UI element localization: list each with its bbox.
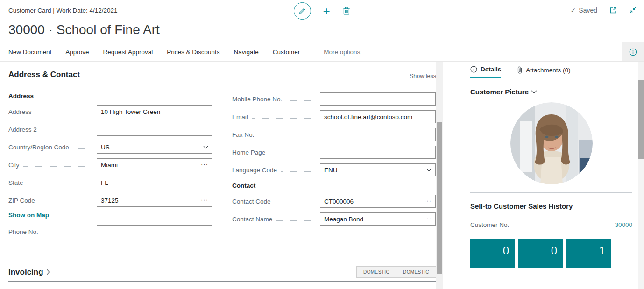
field-label: Mobile Phone No. <box>232 96 282 103</box>
home-page-field <box>320 146 436 159</box>
email-field <box>320 110 436 123</box>
new-button[interactable]: + <box>323 5 330 17</box>
main-scrollbar-thumb[interactable] <box>437 122 442 274</box>
cue-tile[interactable]: 0 <box>470 239 515 268</box>
menu-approve[interactable]: Approve <box>65 49 89 56</box>
invoicing-toggle[interactable]: Invoicing <box>8 268 50 277</box>
address-input[interactable] <box>97 108 212 115</box>
pencil-icon <box>298 7 306 15</box>
customer-no-value[interactable]: 30000 <box>615 221 632 228</box>
plus-icon: + <box>323 4 330 18</box>
invoicing-tag-customer-group[interactable]: DOMESTIC <box>396 266 436 278</box>
mobile-phone-input[interactable] <box>320 96 435 103</box>
customer-picture-header[interactable]: Customer Picture <box>470 88 632 96</box>
sales-history-title: Sell-to Customer Sales History <box>470 202 632 210</box>
sales-history-tiles: 0 0 1 <box>470 239 632 268</box>
address2-field <box>97 123 212 136</box>
assist-edit-icon[interactable]: ··· <box>424 197 435 204</box>
field-city: City ··· <box>8 158 212 171</box>
dotted-leader <box>42 233 92 233</box>
customer-no-row: Customer No. 30000 <box>470 221 632 228</box>
customer-no-label: Customer No. <box>470 221 509 228</box>
invoicing-tag-gen-bus-group[interactable]: DOMESTIC <box>356 266 396 278</box>
header-right-controls: ✓ Saved <box>571 7 637 14</box>
chevron-down-icon[interactable] <box>426 169 435 172</box>
field-phone: Phone No. <box>8 225 212 238</box>
fax-field <box>320 128 436 141</box>
tab-details[interactable]: Details <box>470 66 501 78</box>
more-options-button[interactable]: More options <box>324 49 360 56</box>
email-input[interactable] <box>320 113 435 120</box>
field-language-code: Language Code <box>232 163 436 176</box>
delete-button[interactable] <box>342 7 351 15</box>
dotted-leader <box>269 154 315 154</box>
customer-picture-container <box>470 102 632 184</box>
info-icon <box>629 48 637 56</box>
menu-request-approval[interactable]: Request Approval <box>103 49 153 56</box>
contact-group-label: Contact <box>232 182 436 189</box>
show-less-link[interactable]: Show less <box>410 73 436 79</box>
address2-input[interactable] <box>97 126 212 133</box>
show-on-map-link[interactable]: Show on Map <box>8 211 212 219</box>
menu-new-document[interactable]: New Document <box>8 49 51 56</box>
cue-tile[interactable]: 1 <box>566 239 611 268</box>
fax-input[interactable] <box>320 131 435 138</box>
field-label: Email <box>232 113 248 120</box>
contact-name-field: ··· <box>320 212 436 226</box>
cue-tile[interactable]: 0 <box>518 239 563 268</box>
invoicing-tags: DOMESTIC DOMESTIC <box>356 266 436 278</box>
factbox-scrollbar[interactable] <box>638 62 644 289</box>
menu-divider <box>315 47 315 56</box>
field-home-page: Home Page <box>232 146 436 159</box>
main-scrollbar[interactable] <box>436 62 443 289</box>
info-icon <box>470 66 477 73</box>
tab-label: Details <box>481 66 501 73</box>
state-input[interactable] <box>97 179 212 186</box>
field-label: Fax No. <box>232 131 254 138</box>
field-contact-name: Contact Name ··· <box>232 212 436 226</box>
factbox-scrollbar-thumb[interactable] <box>638 80 644 159</box>
tab-attachments[interactable]: Attachments (0) <box>517 66 570 78</box>
chevron-right-icon <box>46 269 50 275</box>
field-fax: Fax No. <box>232 128 436 141</box>
field-label: Contact Name <box>232 216 272 223</box>
menu-navigate[interactable]: Navigate <box>234 49 258 56</box>
open-in-new-window-button[interactable] <box>609 7 617 14</box>
phone-input[interactable] <box>97 228 212 235</box>
contact-name-input[interactable] <box>320 216 424 223</box>
customer-photo[interactable] <box>510 102 593 184</box>
city-input[interactable] <box>97 162 201 169</box>
menu-customer[interactable]: Customer <box>273 49 300 56</box>
header-actions: + <box>293 2 350 20</box>
home-page-input[interactable] <box>320 149 435 156</box>
dotted-leader <box>276 220 315 221</box>
address-group-label: Address <box>8 92 212 99</box>
factbox-divider <box>470 192 632 193</box>
dotted-leader <box>39 202 92 202</box>
assist-edit-icon[interactable]: ··· <box>424 215 435 221</box>
dotted-leader <box>27 184 92 184</box>
edit-button[interactable] <box>293 2 311 20</box>
contact-code-input[interactable] <box>320 198 424 205</box>
chevron-down-icon[interactable] <box>203 146 212 149</box>
city-field: ··· <box>97 158 212 171</box>
menu-prices-discounts[interactable]: Prices & Discounts <box>167 49 219 56</box>
field-label: City <box>8 162 19 169</box>
collapse-page-button[interactable] <box>629 7 637 14</box>
dotted-leader <box>258 136 315 136</box>
contact-code-field: ··· <box>320 195 436 208</box>
window-header: Customer Card | Work Date: 4/12/2021 + ✓… <box>0 0 644 21</box>
dotted-leader <box>23 166 92 167</box>
context-help-button[interactable] <box>622 42 644 61</box>
section-title[interactable]: Address & Contact <box>8 70 80 79</box>
field-label: Home Page <box>232 149 265 156</box>
language-code-input[interactable] <box>320 167 426 174</box>
assist-edit-icon[interactable]: ··· <box>201 161 212 167</box>
country-region-input[interactable] <box>97 144 203 151</box>
address-contact-section-header: Address & Contact Show less <box>8 70 436 84</box>
assist-edit-icon[interactable]: ··· <box>201 197 212 203</box>
field-label: ZIP Code <box>8 197 35 204</box>
zip-input[interactable] <box>97 197 201 204</box>
field-label: Contact Code <box>232 198 271 205</box>
field-email: Email <box>232 110 436 123</box>
